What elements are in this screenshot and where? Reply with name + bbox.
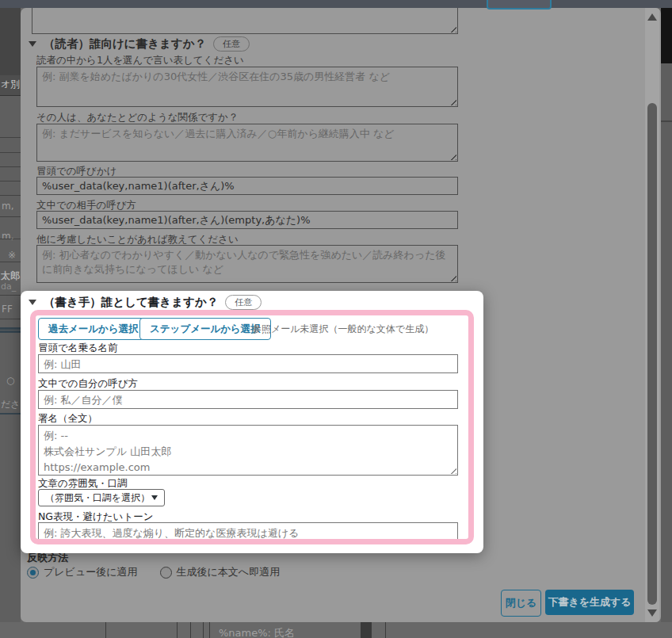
- background-text-fragment: FF: [2, 304, 13, 315]
- radio-unselected-icon[interactable]: [160, 567, 172, 579]
- scrollbar-thumb[interactable]: [647, 103, 657, 605]
- reader-persona-textarea[interactable]: [36, 67, 458, 107]
- radio-immediate-label[interactable]: 生成後に本文へ即適用: [177, 565, 281, 579]
- optional-badge: 任意: [213, 36, 250, 52]
- reader-section-header[interactable]: （読者）誰向けに書きますか？ 任意: [27, 36, 250, 52]
- writer-section-title: （書き手）誰として書きますか？: [44, 295, 218, 310]
- table-line: [0, 195, 21, 196]
- ng-expression-textarea-wrap: [38, 522, 458, 544]
- table-line: [0, 137, 21, 138]
- opening-call-input-wrap: [36, 177, 458, 195]
- self-reference-input[interactable]: [38, 390, 458, 409]
- reader-relation-label: その人は、あなたとどのような関係ですか？: [36, 111, 238, 124]
- writer-highlight-box: 過去メールから選択 ステップメールから選択 参照メール未選択（一般的な文体で生成…: [30, 310, 474, 544]
- background-partial-button: [487, 0, 552, 10]
- table-line: [0, 319, 21, 319]
- table-line: [0, 152, 21, 153]
- self-reference-label: 文中での自分の呼び方: [38, 377, 138, 391]
- sender-name-input[interactable]: [38, 354, 458, 373]
- table-line: [0, 239, 21, 239]
- table-line: [385, 622, 386, 638]
- table-line: [177, 622, 178, 638]
- signature-textarea-wrap: [38, 425, 458, 476]
- writer-section-header[interactable]: （書き手）誰として書きますか？ 任意: [27, 295, 262, 310]
- modal-scrollbar[interactable]: [645, 8, 659, 622]
- background-text-fragment: ○: [6, 375, 14, 386]
- select-from-past-mail-button[interactable]: 過去メールから選択: [38, 318, 149, 340]
- writer-section-spotlight: （書き手）誰として書きますか？ 任意 過去メールから選択 ステップメールから選択…: [21, 291, 483, 553]
- optional-badge: 任意: [225, 295, 262, 310]
- radio-option-preview[interactable]: プレビュー後に適用: [27, 565, 138, 579]
- reference-mail-status: 参照メール未選択（一般的な文体で生成）: [252, 323, 433, 336]
- sender-name-input-wrap: [38, 354, 458, 373]
- reader-persona-label: 読者の中から1人を選んで言い表してください: [36, 54, 244, 67]
- chevron-down-icon: [151, 495, 158, 500]
- intext-call-input[interactable]: [36, 211, 458, 229]
- scroll-down-arrow-icon[interactable]: [647, 609, 657, 617]
- previous-answer-textarea[interactable]: [32, 8, 458, 34]
- reader-relation-textarea-wrap: [36, 124, 458, 162]
- placeholder-legend-text: %name%: 氏名: [219, 626, 295, 638]
- screen: オ別 m, m, ※ 太郎 da_ FF ○ ださ %name%: 氏名: [0, 0, 672, 638]
- table-line: [0, 262, 21, 262]
- tone-select[interactable]: （雰囲気・口調を選択）: [38, 489, 165, 506]
- background-dark-cell: [361, 622, 372, 638]
- background-text-fragment: da_: [1, 281, 16, 292]
- radio-preview-label[interactable]: プレビュー後に適用: [44, 565, 138, 579]
- opening-call-input[interactable]: [36, 177, 458, 195]
- table-line: [209, 622, 210, 638]
- background-text-fragment: ※: [8, 250, 16, 261]
- tone-select-value: （雰囲気・口調を選択）: [45, 491, 151, 505]
- table-line: [0, 216, 21, 217]
- background-bottom-table: %name%: 氏名: [0, 622, 672, 638]
- reader-section-title: （読者）誰向けに書きますか？: [44, 36, 206, 52]
- self-reference-input-wrap: [38, 390, 458, 409]
- background-top-bar: [0, 0, 672, 8]
- ng-expression-textarea[interactable]: [38, 522, 458, 544]
- table-line: [0, 181, 21, 181]
- background-text-fragment: m,: [2, 201, 14, 212]
- sender-name-label: 冒頭で名乗る名前: [38, 342, 118, 355]
- intext-call-input-wrap: [36, 211, 458, 229]
- collapse-caret-icon: [29, 300, 36, 305]
- table-line: [0, 166, 21, 167]
- table-line: [190, 622, 191, 638]
- background-left-panel: オ別 m, m, ※ 太郎 da_ FF ○ ださ: [0, 8, 21, 622]
- previous-answer-textarea-wrap: [32, 8, 458, 34]
- collapse-caret-icon: [29, 41, 36, 47]
- background-text-fragment: ださ: [1, 398, 21, 411]
- table-line: [0, 295, 21, 296]
- reader-persona-textarea-wrap: [36, 67, 458, 107]
- radio-selected-icon[interactable]: [27, 567, 39, 579]
- table-line: [105, 622, 106, 638]
- table-double-line: [0, 327, 21, 330]
- background-text-fragment: m,: [2, 231, 14, 242]
- generate-draft-button[interactable]: 下書きを生成する: [545, 590, 634, 615]
- select-from-step-mail-button[interactable]: ステップメールから選択: [139, 318, 271, 340]
- reader-relation-textarea[interactable]: [36, 124, 458, 162]
- background-divider: [661, 120, 672, 122]
- background-dark-sidebar: [661, 8, 672, 63]
- background-text-fragment: オ別: [1, 78, 20, 91]
- apply-method-radio-group: プレビュー後に適用 生成後に本文へ即適用: [27, 565, 294, 579]
- background-right-edge: [661, 8, 672, 622]
- table-line: [0, 413, 21, 415]
- signature-textarea[interactable]: [38, 425, 458, 476]
- background-dark-block: [0, 8, 21, 75]
- table-line: [203, 622, 204, 638]
- signature-label: 署名（全文）: [38, 412, 97, 426]
- scroll-up-arrow-icon[interactable]: [647, 13, 657, 21]
- close-button[interactable]: 閉じる: [501, 590, 541, 617]
- radio-option-immediate[interactable]: 生成後に本文へ即適用: [160, 565, 281, 579]
- other-considerations-textarea[interactable]: [36, 245, 458, 283]
- other-considerations-textarea-wrap: [36, 245, 458, 283]
